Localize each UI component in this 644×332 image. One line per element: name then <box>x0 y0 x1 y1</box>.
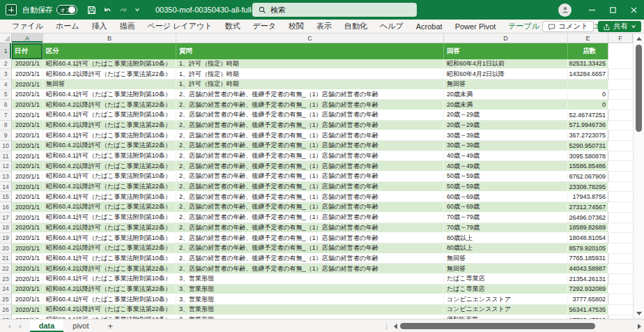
cell-B2[interactable]: 昭和60.4.1許可（たばこ事業法附則第10条） <box>43 59 176 70</box>
cell-F10[interactable] <box>608 141 633 151</box>
cell-A13[interactable]: 2020/1/1 <box>12 172 43 182</box>
cell-F8[interactable] <box>608 121 633 131</box>
cell-C7[interactable]: 2、店舗の経営者の年齢、後継予定者の有無_（1）店舗の経営者の年齢 <box>176 110 444 121</box>
ribbon-tab-page-layout[interactable]: ページ レイアウト <box>141 20 219 33</box>
cell-D10[interactable]: 30歳～39歳 <box>444 141 568 151</box>
cell-F7[interactable] <box>608 110 633 121</box>
cell-E14[interactable]: 23308.78295 <box>568 182 608 193</box>
undo-icon[interactable] <box>102 6 112 15</box>
cell-F16[interactable] <box>608 202 633 213</box>
cell-B19[interactable]: 昭和60.4.1許可（たばこ事業法附則第10条） <box>43 233 176 243</box>
row-number-24[interactable]: 24 <box>0 285 12 295</box>
cell-A17[interactable]: 2020/1/1 <box>12 213 43 223</box>
column-header-E[interactable]: E <box>568 33 608 43</box>
cell-B18[interactable]: 昭和60.4.2以降許可（たばこ事業法第22条） <box>43 223 176 234</box>
cell-D12[interactable]: 40歳～49歳 <box>444 161 568 172</box>
cell-B6[interactable]: 昭和60.4.2以降許可（たばこ事業法第22条） <box>43 100 176 110</box>
ribbon-tab-draw[interactable]: 描画 <box>114 20 141 33</box>
scroll-down-arrow-icon[interactable] <box>636 312 642 315</box>
cell-D20[interactable]: 80歳以上 <box>444 243 568 254</box>
cell-B22[interactable]: 昭和60.4.2以降許可（たばこ事業法第22条） <box>43 264 176 274</box>
column-header-C[interactable]: C <box>176 33 444 43</box>
cell-D4[interactable]: 無回答 <box>444 80 568 90</box>
ribbon-tab-data[interactable]: データ <box>246 20 282 33</box>
cell-B12[interactable]: 昭和60.4.2以降許可（たばこ事業法第22条） <box>43 161 176 172</box>
cell-D22[interactable]: 無回答 <box>444 264 568 274</box>
column-header-F[interactable]: F <box>608 33 633 43</box>
cell-D5[interactable]: 20歳未満 <box>444 90 568 100</box>
scroll-right-arrow-icon[interactable] <box>638 324 641 329</box>
cell-F19[interactable] <box>608 233 633 243</box>
cell-D2[interactable]: 昭和60年4月1日以前 <box>444 59 568 70</box>
cell-B13[interactable]: 昭和60.4.1許可（たばこ事業法附則第10条） <box>43 172 176 182</box>
cell-F4[interactable] <box>608 80 633 90</box>
cell-F9[interactable] <box>608 130 633 141</box>
cell-F13[interactable] <box>608 172 633 182</box>
sheet-tab-data[interactable]: data <box>30 319 64 332</box>
search-input[interactable]: 検索 <box>252 3 417 17</box>
sheet-nav-left-icon[interactable]: ‹ <box>8 322 10 330</box>
cell-A16[interactable]: 2020/1/1 <box>12 202 43 213</box>
row-number-26[interactable]: 26 <box>0 305 12 315</box>
customize-qat-chevron-icon[interactable] <box>135 7 140 13</box>
cell-B11[interactable]: 昭和60.4.1許可（たばこ事業法附則第10条） <box>43 151 176 162</box>
cell-C19[interactable]: 2、店舗の経営者の年齢、後継予定者の有無_（1）店舗の経営者の年齢 <box>176 233 444 243</box>
cell-C12[interactable]: 2、店舗の経営者の年齢、後継予定者の有無_（1）店舗の経営者の年齢 <box>176 161 444 172</box>
row-number-23[interactable]: 23 <box>0 274 12 285</box>
cell-C6[interactable]: 2、店舗の経営者の年齢、後継予定者の有無_（1）店舗の経営者の年齢 <box>176 100 444 110</box>
cell-A2[interactable]: 2020/1/1 <box>12 59 43 70</box>
cell-F23[interactable] <box>608 274 633 285</box>
ribbon-tab-formulas[interactable]: 数式 <box>218 20 246 33</box>
cell-E1[interactable]: 店数 <box>568 43 608 59</box>
excel-app-icon[interactable] <box>6 4 17 15</box>
cell-E18[interactable]: 18589.82689 <box>568 223 608 234</box>
cell-C20[interactable]: 2、店舗の経営者の年齢、後継予定者の有無_（1）店舗の経営者の年齢 <box>176 243 444 254</box>
cell-F1[interactable] <box>608 43 633 59</box>
autosave-toggle[interactable]: オン <box>56 5 77 15</box>
cell-A4[interactable]: 2020/1/1 <box>12 80 43 90</box>
cell-B1[interactable]: 区分 <box>43 43 176 59</box>
cell-F24[interactable] <box>608 285 633 295</box>
cell-D17[interactable]: 70歳～79歳 <box>444 213 568 223</box>
cell-C3[interactable]: 1、許可（指定）時期 <box>176 69 444 80</box>
cell-C2[interactable]: 1、許可（指定）時期 <box>176 59 444 70</box>
cell-F14[interactable] <box>608 182 633 193</box>
cell-B21[interactable]: 昭和60.4.1許可（たばこ事業法附則第10条） <box>43 254 176 264</box>
cell-C11[interactable]: 2、店舗の経営者の年齢、後継予定者の有無_（1）店舗の経営者の年齢 <box>176 151 444 162</box>
cell-F3[interactable] <box>608 69 633 80</box>
cell-C15[interactable]: 2、店舗の経営者の年齢、後継予定者の有無_（1）店舗の経営者の年齢 <box>176 192 444 202</box>
ribbon-tab-review[interactable]: 校閲 <box>282 20 310 33</box>
cell-B23[interactable]: 昭和60.4.1許可（たばこ事業法附則第10条） <box>43 274 176 285</box>
cell-E26[interactable]: 56341.47535 <box>568 305 608 315</box>
cell-A20[interactable]: 2020/1/1 <box>12 243 43 254</box>
share-button[interactable]: 共有 <box>598 21 641 32</box>
ribbon-tab-insert[interactable]: 挿入 <box>86 20 114 33</box>
sheet-nav-right-icon[interactable]: › <box>19 322 21 330</box>
cell-F17[interactable] <box>608 213 633 223</box>
cell-A15[interactable]: 2020/1/1 <box>12 192 43 202</box>
cell-B10[interactable]: 昭和60.4.2以降許可（たばこ事業法第22条） <box>43 141 176 151</box>
cell-A18[interactable]: 2020/1/1 <box>12 223 43 234</box>
row-number-3[interactable]: 3 <box>0 69 12 80</box>
row-number-4[interactable]: 4 <box>0 80 12 90</box>
cell-C23[interactable]: 3、営業形態 <box>176 274 444 285</box>
row-number-17[interactable]: 17 <box>0 213 12 223</box>
cell-C1[interactable]: 質問 <box>176 43 444 59</box>
redo-icon[interactable] <box>118 6 128 15</box>
cell-D7[interactable]: 20歳～29歳 <box>444 110 568 121</box>
cell-C4[interactable]: 1、許可（指定）時期 <box>176 80 444 90</box>
cell-A24[interactable]: 2020/1/1 <box>12 285 43 295</box>
row-number-11[interactable]: 11 <box>0 151 12 162</box>
cell-D21[interactable]: 無回答 <box>444 254 568 264</box>
cell-E21[interactable]: 7765.185931 <box>568 254 608 264</box>
cell-E10[interactable]: 5290.950731 <box>568 141 608 151</box>
cell-E2[interactable]: 82531.33425 <box>568 59 608 70</box>
cell-F20[interactable] <box>608 243 633 254</box>
autosave-control[interactable]: 自動保存 オン <box>22 5 77 15</box>
cell-C14[interactable]: 2、店舗の経営者の年齢、後継予定者の有無_（1）店舗の経営者の年齢 <box>176 182 444 193</box>
column-header-A[interactable]: A <box>12 33 43 43</box>
cell-F26[interactable] <box>608 305 633 315</box>
cell-F6[interactable] <box>608 100 633 110</box>
cell-E4[interactable] <box>568 80 608 90</box>
cell-F12[interactable] <box>608 161 633 172</box>
